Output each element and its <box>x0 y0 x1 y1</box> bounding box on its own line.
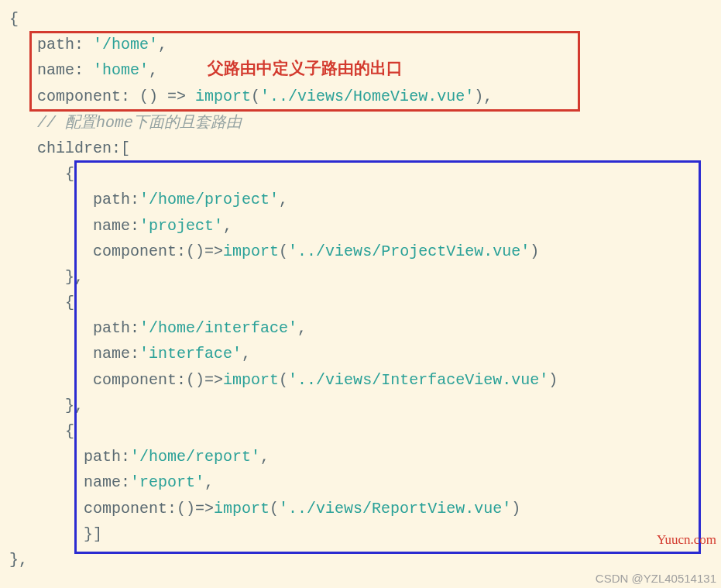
import-home: '../views/HomeView.vue' <box>260 88 474 105</box>
comment-text-2: 下面的且套路由 <box>133 113 242 130</box>
child3-name: 'report' <box>130 473 204 491</box>
val-name: 'home' <box>93 61 149 79</box>
open-brace: { <box>9 10 19 28</box>
prop-path: path <box>37 36 74 53</box>
import-keyword: import <box>195 88 251 105</box>
comment-text-mid: home <box>96 114 133 132</box>
prop-children: children <box>37 139 112 157</box>
watermark-site: Yuucn.com <box>657 532 716 548</box>
comment-text-1: 配置 <box>65 113 96 130</box>
prop-component: component <box>37 88 121 105</box>
comment-slashes: // <box>37 114 65 132</box>
child1-path: '/home/project' <box>139 191 279 208</box>
annotation-label: 父路由中定义子路由的出口 <box>208 57 403 79</box>
child1-import: '../views/ProjectView.vue' <box>288 242 530 260</box>
close-brace: }, <box>9 551 28 569</box>
child2-path: '/home/interface' <box>139 319 297 337</box>
child3-import: '../views/ReportView.vue' <box>279 500 511 518</box>
val-path: '/home' <box>93 36 158 53</box>
watermark-csdn: CSDN @YZL40514131 <box>596 572 716 585</box>
code-block: { path: '/home', name: 'home', component… <box>0 0 721 573</box>
prop-name: name <box>37 61 74 79</box>
child2-name: 'interface' <box>139 345 242 363</box>
child1-name: 'project' <box>139 217 223 235</box>
close-children: }] <box>84 525 102 543</box>
child3-path: '/home/report' <box>130 448 260 466</box>
child2-import: '../views/InterfaceView.vue' <box>288 371 548 389</box>
